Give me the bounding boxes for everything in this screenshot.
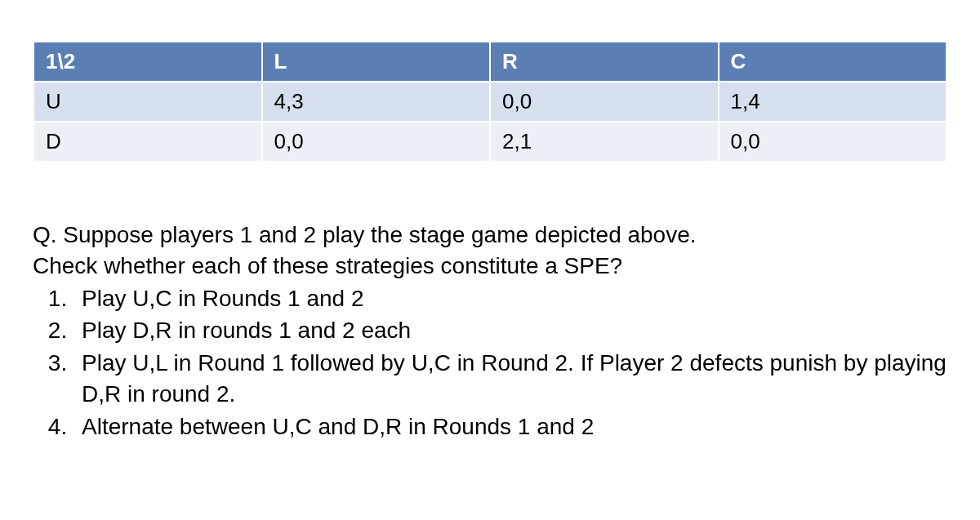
table-cell: 4,3 <box>262 82 491 122</box>
question-intro-line: Q. Suppose players 1 and 2 play the stag… <box>33 220 947 251</box>
table-cell: 0,0 <box>719 122 947 162</box>
question-item: Play U,C in Rounds 1 and 2 <box>74 283 947 314</box>
question-list: Play U,C in Rounds 1 and 2 Play D,R in r… <box>41 283 947 442</box>
table-cell: 2,1 <box>490 122 719 162</box>
table-cell: 1,4 <box>719 82 947 122</box>
table-row: U 4,3 0,0 1,4 <box>33 82 947 122</box>
table-corner-header: 1\2 <box>33 42 262 82</box>
table-col-header: L <box>262 42 491 82</box>
question-block: Q. Suppose players 1 and 2 play the stag… <box>33 220 947 442</box>
table-cell: 0,0 <box>490 82 719 122</box>
question-item: Play U,L in Round 1 followed by U,C in R… <box>74 348 947 410</box>
table-col-header: C <box>719 42 947 82</box>
payoff-matrix-table: 1\2 L R C U 4,3 0,0 1,4 D 0,0 2,1 0,0 <box>33 41 947 162</box>
question-item: Alternate between U,C and D,R in Rounds … <box>74 411 947 442</box>
table-cell: 0,0 <box>262 122 491 162</box>
table-row-label: U <box>33 82 262 122</box>
table-col-header: R <box>490 42 719 82</box>
table-row-label: D <box>33 122 262 162</box>
question-item: Play D,R in rounds 1 and 2 each <box>74 315 947 346</box>
question-intro-line: Check whether each of these strategies c… <box>33 251 947 282</box>
table-row: D 0,0 2,1 0,0 <box>33 122 947 162</box>
